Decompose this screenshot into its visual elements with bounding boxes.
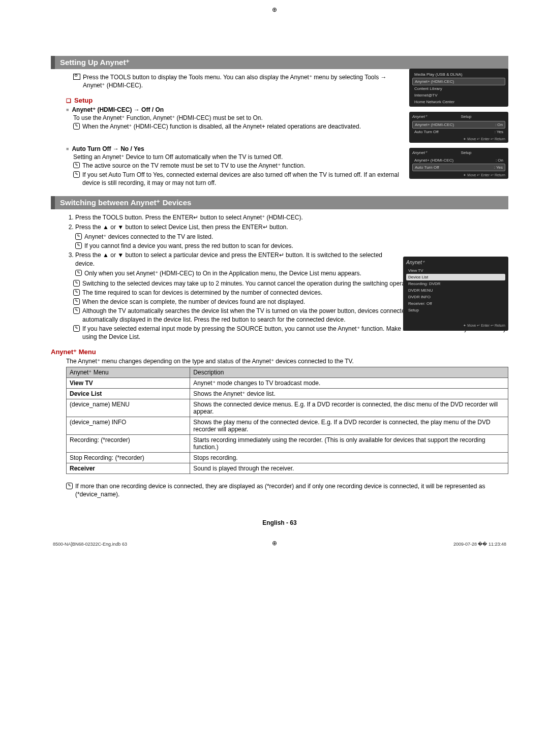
osd2b-nav: ✦ Move ↵ Enter ↩ Return [412, 173, 505, 177]
osd3-item-selected: Device List [406, 274, 505, 280]
osd1-item-selected: Anynet+ (HDMI-CEC) [415, 79, 454, 84]
setup-item1-note: ✎ When the Anynet⁺ (HDMI-CEC) function i… [73, 122, 402, 131]
registration-mark-bottom: ⊕ [272, 540, 277, 547]
osd1-item: Internet@TV [414, 93, 437, 98]
footer-right: 2009-07-28 �� 11:23:48 [453, 542, 506, 547]
note-icon: ✎ [73, 171, 80, 178]
osd2b-row2-val: : Yes [494, 165, 503, 170]
note-icon: ✎ [73, 162, 80, 169]
osd2b-title: Setup [461, 150, 472, 155]
intro-note: Press the TOOLS button to display the To… [73, 73, 402, 89]
setup-item2-title: Auto Turn Off → No / Yes [72, 145, 144, 152]
setup-item2-note2: ✎ If you set Auto Turn Off to Yes, conne… [73, 171, 402, 187]
section-title-switching: Switching between Anynet⁺ Devices [51, 196, 508, 209]
osd3-item: Recording: DVDR [406, 280, 505, 287]
embedded-screens: Media Play (USB & DLNA) Anynet+ (HDMI-CE… [409, 69, 508, 184]
osd2-row1-label: Anynet+ (HDMI-CEC) [415, 122, 454, 127]
osd-setup-menu-1: Anynet⁺ Setup Anynet+ (HDMI-CEC) : On Au… [409, 112, 508, 143]
switch-note-3: When the device scan is complete, the nu… [82, 298, 305, 306]
setup-item-1: Anynet⁺ (HDMI-CEC) → Off / On [66, 106, 402, 113]
osd3-item: Receiver: Off [406, 300, 505, 307]
tools-icon [73, 74, 80, 80]
osd3-brand: Anynet⁺ [406, 260, 505, 265]
osd-setup-menu-2: Anynet⁺ Setup Anynet+ (HDMI-CEC) : On Au… [409, 148, 508, 179]
table-row: (device_name) MENUShows the connected de… [67, 399, 508, 417]
switch-step-2: Press the ▲ or ▼ button to select Device… [75, 223, 402, 250]
switch-note-2: The time required to scan for devices is… [82, 289, 322, 297]
footer-left: 8500-NA]BN68-02322C-Eng.indb 63 [53, 542, 127, 547]
note-icon: ✎ [75, 233, 82, 240]
osd2b-row2-label: Auto Turn Off [415, 165, 439, 170]
setup-heading: Setup [66, 97, 402, 104]
osd3-item: Setup [406, 307, 505, 313]
anynet-menu-table: Anynet⁺ Menu Description View TVAnynet⁺ … [66, 367, 508, 474]
note-icon: ✎ [66, 483, 73, 489]
switching-steps: Press the TOOLS button. Press the ENTER↵… [66, 213, 402, 277]
note-icon: ✎ [75, 242, 82, 249]
switch-step-3: Press the ▲ or ▼ button to select a part… [75, 251, 402, 277]
osd2-row2-label: Auto Turn Off [414, 130, 438, 134]
osd2b-brand: Anynet⁺ [412, 150, 427, 155]
registration-mark-top: ⊕ [272, 6, 277, 13]
note-icon: ✎ [73, 280, 80, 287]
osd3-item: DVDR INFO [406, 294, 505, 300]
note-icon: ✎ [73, 289, 80, 296]
table-header-2: Description [190, 367, 508, 378]
setup-item2-note1: ✎ The active source on the TV remote mus… [73, 162, 402, 170]
switch-step-1: Press the TOOLS button. Press the ENTER↵… [75, 213, 402, 222]
osd2-nav: ✦ Move ↵ Enter ↩ Return [412, 137, 505, 141]
setup-item2-line: Setting an Anynet⁺ Device to turn Off au… [73, 153, 402, 161]
section-title-setting-up: Setting Up Anynet⁺ [51, 56, 508, 69]
menu-intro: The Anynet⁺ menu changes depending on th… [66, 358, 508, 365]
osd2b-row1-val: : On [496, 158, 503, 163]
note-icon: ✎ [73, 325, 80, 332]
footer-page-number: English - 63 [51, 519, 508, 526]
table-header-row: Anynet⁺ Menu Description [67, 367, 508, 378]
osd1-item: Content Library [414, 86, 442, 91]
note-icon: ✎ [73, 123, 80, 130]
final-note: If more than one recording device is con… [75, 482, 508, 498]
note-icon: ✎ [75, 270, 82, 276]
osd2-row1-val: : On [495, 122, 503, 127]
osd2-brand: Anynet⁺ [412, 114, 427, 119]
osd-application-menu: Media Play (USB & DLNA) Anynet+ (HDMI-CE… [409, 69, 508, 107]
osd2-title: Setup [461, 114, 472, 119]
osd2-row2-val: : Yes [495, 130, 503, 134]
osd3-nav: ✦ Move ↵ Enter ↩ Return [406, 324, 505, 328]
osd3-item: View TV [406, 267, 505, 274]
table-header-1: Anynet⁺ Menu [67, 367, 190, 378]
note-icon: ✎ [73, 307, 80, 314]
table-row: (device_name) INFOShows the play menu of… [67, 417, 508, 435]
footer-meta: 8500-NA]BN68-02322C-Eng.indb 63 2009-07-… [51, 542, 508, 547]
osd2b-row1-label: Anynet+ (HDMI-CEC) [414, 158, 453, 163]
setup-item-2: Auto Turn Off → No / Yes [66, 145, 402, 152]
osd1-item: Home Network Center [414, 100, 454, 104]
table-row: Recording: (*recorder)Starts recording i… [67, 435, 508, 453]
table-row: ReceiverSound is played through the rece… [67, 463, 508, 474]
osd3-item: DVDR MENU [406, 287, 505, 294]
switch-note-1: Switching to the selected devices may ta… [82, 279, 417, 288]
intro-text: Press the TOOLS button to display the To… [83, 73, 402, 89]
table-row: View TVAnynet⁺ mode changes to TV broadc… [67, 378, 508, 389]
table-row: Stop Recording: (*recorder)Stops recordi… [67, 453, 508, 463]
osd1-item: Media Play (USB & DLNA) [414, 72, 463, 77]
anynet-menu-heading: Anynet⁺ Menu [51, 348, 508, 356]
note-icon: ✎ [73, 298, 80, 305]
manual-page: ⊕ Media Play (USB & DLNA) Anynet+ (HDMI-… [0, 0, 549, 567]
setup-item1-line: To use the Anynet⁺ Function, Anynet⁺ (HD… [73, 114, 402, 121]
table-row: Device ListShows the Anynet⁺ device list… [67, 389, 508, 399]
osd-device-list: Anynet⁺ View TV Device List Recording: D… [403, 257, 508, 331]
setup-item1-title: Anynet⁺ (HDMI-CEC) → Off / On [72, 106, 164, 113]
